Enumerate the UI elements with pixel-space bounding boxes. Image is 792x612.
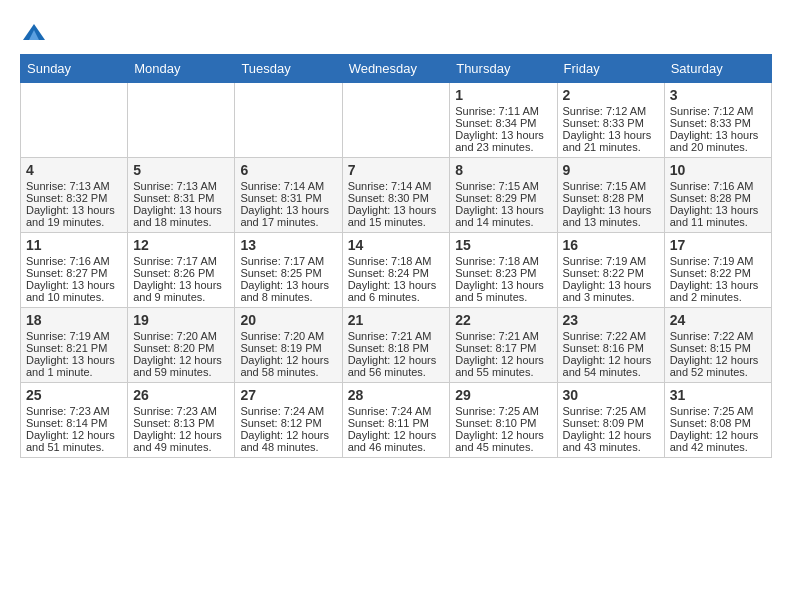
cell-content-line: Sunrise: 7:17 AM [240, 255, 336, 267]
cell-content-line: Sunset: 8:26 PM [133, 267, 229, 279]
cell-content-line: Sunset: 8:34 PM [455, 117, 551, 129]
cell-content-line: Sunrise: 7:12 AM [563, 105, 659, 117]
cell-content-line: Daylight: 13 hours and 14 minutes. [455, 204, 551, 228]
calendar-week-3: 11Sunrise: 7:16 AMSunset: 8:27 PMDayligh… [21, 233, 772, 308]
cell-content-line: Sunrise: 7:25 AM [670, 405, 766, 417]
cell-content-line: Sunrise: 7:15 AM [455, 180, 551, 192]
cell-content-line: Sunset: 8:15 PM [670, 342, 766, 354]
calendar-cell: 17Sunrise: 7:19 AMSunset: 8:22 PMDayligh… [664, 233, 771, 308]
day-number: 19 [133, 312, 229, 328]
day-number: 29 [455, 387, 551, 403]
calendar-cell: 31Sunrise: 7:25 AMSunset: 8:08 PMDayligh… [664, 383, 771, 458]
logo-icon [21, 20, 47, 46]
cell-content-line: Sunrise: 7:22 AM [670, 330, 766, 342]
cell-content-line: Sunrise: 7:16 AM [670, 180, 766, 192]
cell-content-line: Sunrise: 7:13 AM [26, 180, 122, 192]
day-number: 6 [240, 162, 336, 178]
calendar-cell: 4Sunrise: 7:13 AMSunset: 8:32 PMDaylight… [21, 158, 128, 233]
cell-content-line: Sunrise: 7:14 AM [240, 180, 336, 192]
day-number: 26 [133, 387, 229, 403]
cell-content-line: Sunrise: 7:22 AM [563, 330, 659, 342]
calendar-cell: 9Sunrise: 7:15 AMSunset: 8:28 PMDaylight… [557, 158, 664, 233]
cell-content-line: Sunset: 8:19 PM [240, 342, 336, 354]
cell-content-line: Daylight: 12 hours and 45 minutes. [455, 429, 551, 453]
cell-content-line: Daylight: 12 hours and 59 minutes. [133, 354, 229, 378]
calendar-cell: 6Sunrise: 7:14 AMSunset: 8:31 PMDaylight… [235, 158, 342, 233]
day-header-friday: Friday [557, 55, 664, 83]
cell-content-line: Sunrise: 7:17 AM [133, 255, 229, 267]
cell-content-line: Sunset: 8:25 PM [240, 267, 336, 279]
calendar-cell: 16Sunrise: 7:19 AMSunset: 8:22 PMDayligh… [557, 233, 664, 308]
calendar-cell: 30Sunrise: 7:25 AMSunset: 8:09 PMDayligh… [557, 383, 664, 458]
cell-content-line: Sunset: 8:24 PM [348, 267, 445, 279]
cell-content-line: Sunset: 8:31 PM [133, 192, 229, 204]
cell-content-line: Daylight: 13 hours and 13 minutes. [563, 204, 659, 228]
calendar-body: 1Sunrise: 7:11 AMSunset: 8:34 PMDaylight… [21, 83, 772, 458]
cell-content-line: Sunset: 8:29 PM [455, 192, 551, 204]
day-header-sunday: Sunday [21, 55, 128, 83]
calendar-table: SundayMondayTuesdayWednesdayThursdayFrid… [20, 54, 772, 458]
cell-content-line: Sunrise: 7:19 AM [26, 330, 122, 342]
cell-content-line: Sunset: 8:33 PM [670, 117, 766, 129]
cell-content-line: Sunset: 8:20 PM [133, 342, 229, 354]
cell-content-line: Daylight: 13 hours and 8 minutes. [240, 279, 336, 303]
cell-content-line: Daylight: 13 hours and 19 minutes. [26, 204, 122, 228]
cell-content-line: Sunset: 8:22 PM [563, 267, 659, 279]
cell-content-line: Sunrise: 7:19 AM [670, 255, 766, 267]
day-header-saturday: Saturday [664, 55, 771, 83]
cell-content-line: Sunset: 8:28 PM [563, 192, 659, 204]
calendar-cell: 19Sunrise: 7:20 AMSunset: 8:20 PMDayligh… [128, 308, 235, 383]
day-number: 16 [563, 237, 659, 253]
day-number: 3 [670, 87, 766, 103]
cell-content-line: Daylight: 12 hours and 46 minutes. [348, 429, 445, 453]
day-header-wednesday: Wednesday [342, 55, 450, 83]
day-number: 24 [670, 312, 766, 328]
day-number: 18 [26, 312, 122, 328]
day-number: 31 [670, 387, 766, 403]
calendar-cell: 18Sunrise: 7:19 AMSunset: 8:21 PMDayligh… [21, 308, 128, 383]
day-number: 12 [133, 237, 229, 253]
calendar-cell [342, 83, 450, 158]
cell-content-line: Daylight: 12 hours and 56 minutes. [348, 354, 445, 378]
cell-content-line: Sunrise: 7:19 AM [563, 255, 659, 267]
calendar-cell: 29Sunrise: 7:25 AMSunset: 8:10 PMDayligh… [450, 383, 557, 458]
cell-content-line: Sunset: 8:12 PM [240, 417, 336, 429]
cell-content-line: Sunrise: 7:24 AM [348, 405, 445, 417]
page-header [20, 20, 772, 44]
cell-content-line: Sunset: 8:27 PM [26, 267, 122, 279]
calendar-cell: 1Sunrise: 7:11 AMSunset: 8:34 PMDaylight… [450, 83, 557, 158]
day-number: 2 [563, 87, 659, 103]
day-number: 25 [26, 387, 122, 403]
cell-content-line: Sunrise: 7:18 AM [455, 255, 551, 267]
cell-content-line: Sunset: 8:30 PM [348, 192, 445, 204]
cell-content-line: Sunset: 8:22 PM [670, 267, 766, 279]
calendar-cell: 20Sunrise: 7:20 AMSunset: 8:19 PMDayligh… [235, 308, 342, 383]
calendar-cell [21, 83, 128, 158]
calendar-cell: 2Sunrise: 7:12 AMSunset: 8:33 PMDaylight… [557, 83, 664, 158]
cell-content-line: Sunrise: 7:16 AM [26, 255, 122, 267]
day-number: 30 [563, 387, 659, 403]
cell-content-line: Daylight: 13 hours and 20 minutes. [670, 129, 766, 153]
day-number: 11 [26, 237, 122, 253]
day-number: 23 [563, 312, 659, 328]
cell-content-line: Sunset: 8:18 PM [348, 342, 445, 354]
cell-content-line: Sunset: 8:10 PM [455, 417, 551, 429]
day-number: 17 [670, 237, 766, 253]
cell-content-line: Daylight: 12 hours and 54 minutes. [563, 354, 659, 378]
day-number: 28 [348, 387, 445, 403]
cell-content-line: Daylight: 12 hours and 52 minutes. [670, 354, 766, 378]
calendar-week-5: 25Sunrise: 7:23 AMSunset: 8:14 PMDayligh… [21, 383, 772, 458]
cell-content-line: Sunset: 8:08 PM [670, 417, 766, 429]
cell-content-line: Daylight: 13 hours and 3 minutes. [563, 279, 659, 303]
cell-content-line: Daylight: 13 hours and 21 minutes. [563, 129, 659, 153]
cell-content-line: Daylight: 12 hours and 55 minutes. [455, 354, 551, 378]
day-header-thursday: Thursday [450, 55, 557, 83]
cell-content-line: Sunrise: 7:14 AM [348, 180, 445, 192]
calendar-cell: 13Sunrise: 7:17 AMSunset: 8:25 PMDayligh… [235, 233, 342, 308]
day-header-monday: Monday [128, 55, 235, 83]
cell-content-line: Sunset: 8:17 PM [455, 342, 551, 354]
calendar-cell: 27Sunrise: 7:24 AMSunset: 8:12 PMDayligh… [235, 383, 342, 458]
day-number: 10 [670, 162, 766, 178]
cell-content-line: Sunrise: 7:23 AM [26, 405, 122, 417]
calendar-cell: 7Sunrise: 7:14 AMSunset: 8:30 PMDaylight… [342, 158, 450, 233]
